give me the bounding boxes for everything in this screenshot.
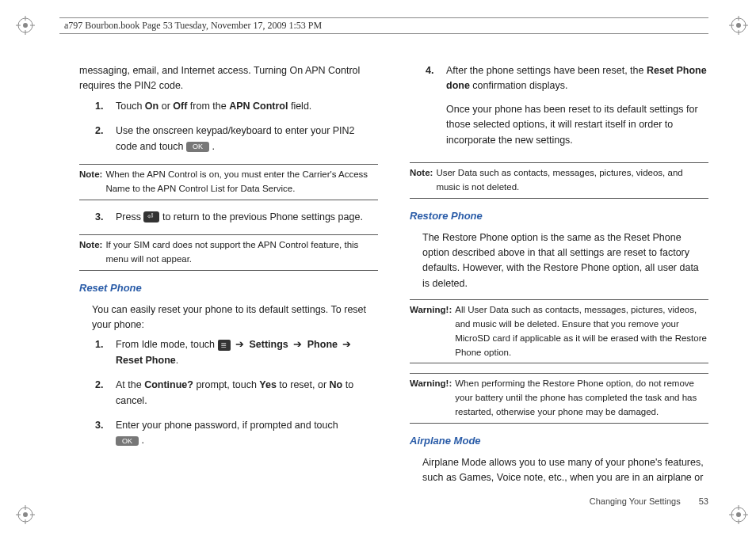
list-item: 3. Press to return to the previous Phone…: [79, 210, 378, 225]
svg-point-13: [23, 512, 28, 517]
airplane-paragraph: Airplane Mode allows you to use many of …: [410, 455, 708, 486]
section-heading-reset-phone: Reset Phone: [79, 280, 378, 296]
corner-ornament-icon: [16, 16, 35, 35]
list-item: 4. After the phone settings have been re…: [410, 63, 708, 153]
step-number: 1.: [95, 99, 116, 114]
step-text: After the phone settings have been reset…: [446, 63, 708, 153]
step-number: 1.: [95, 337, 116, 368]
warning-label: Warning!:: [410, 377, 455, 419]
step-paragraph: Once your phone has been reset to its de…: [446, 102, 708, 148]
step-text: Press to return to the previous Phone se…: [116, 210, 378, 225]
corner-ornament-icon: [16, 505, 35, 524]
corner-ornament-icon: [729, 16, 748, 35]
list-item: 1. Touch On or Off from the APN Control …: [79, 99, 378, 114]
page-header: a797 Bourbon.book Page 53 Tuesday, Novem…: [59, 17, 708, 34]
warning-label: Warning!:: [410, 303, 455, 359]
page-number: 53: [699, 496, 708, 506]
note-text: User Data such as contacts, messages, pi…: [436, 166, 708, 195]
ok-button-icon: OK: [186, 142, 209, 152]
step-text: Use the onscreen keypad/keyboard to ente…: [116, 124, 378, 154]
right-column: 4. After the phone settings have been re…: [410, 63, 708, 508]
corner-ornament-icon: [729, 505, 748, 524]
restore-paragraph: The Restore Phone option is the same as …: [410, 230, 708, 292]
step-number: 4.: [426, 63, 446, 153]
warning-text: All User Data such as contacts, messages…: [455, 303, 708, 359]
svg-point-7: [736, 23, 741, 28]
back-icon: [143, 211, 159, 222]
reset-intro: You can easily reset your phone to its d…: [79, 302, 378, 333]
intro-paragraph: messaging, email, and Internet access. T…: [79, 63, 378, 94]
note-block: Note: If your SIM card does not support …: [79, 234, 378, 271]
left-column: messaging, email, and Internet access. T…: [79, 63, 378, 508]
step-number: 3.: [95, 418, 116, 449]
note-label: Note:: [79, 238, 105, 267]
svg-point-1: [23, 23, 28, 28]
list-item: 3. Enter your phone password, if prompte…: [79, 418, 378, 449]
svg-point-19: [736, 512, 741, 517]
page-body: messaging, email, and Internet access. T…: [79, 63, 708, 508]
note-block: Note: When the APN Control is on, you mu…: [79, 164, 378, 200]
note-block: Note: User Data such as contacts, messag…: [410, 162, 708, 199]
step-text: Enter your phone password, if prompted a…: [116, 418, 378, 449]
step-text: Touch On or Off from the APN Control fie…: [116, 99, 378, 114]
page-footer: Changing Your Settings 53: [590, 495, 708, 508]
list-item: 1. From Idle mode, touch ➔ Settings ➔ Ph…: [79, 337, 378, 368]
list-item: 2. At the Continue? prompt, touch Yes to…: [79, 378, 378, 409]
warning-block: Warning!: All User Data such as contacts…: [410, 299, 708, 363]
warning-block: Warning!: When performing the Restore Ph…: [410, 373, 708, 423]
note-label: Note:: [410, 166, 436, 195]
note-text: If your SIM card does not support the AP…: [105, 238, 378, 267]
warning-text: When performing the Restore Phone option…: [455, 377, 708, 419]
step-number: 3.: [95, 210, 116, 225]
list-item: 2. Use the onscreen keypad/keyboard to e…: [79, 124, 378, 154]
footer-section: Changing Your Settings: [590, 496, 681, 506]
step-number: 2.: [95, 124, 116, 154]
note-text: When the APN Control is on, you must ent…: [105, 168, 378, 196]
section-heading-airplane-mode: Airplane Mode: [410, 433, 708, 449]
note-label: Note:: [79, 168, 105, 196]
menu-icon: [218, 340, 231, 351]
step-number: 2.: [95, 378, 116, 409]
step-text: From Idle mode, touch ➔ Settings ➔ Phone…: [116, 337, 378, 368]
section-heading-restore-phone: Restore Phone: [410, 208, 708, 224]
step-text: At the Continue? prompt, touch Yes to re…: [116, 378, 378, 409]
ok-button-icon: OK: [116, 436, 139, 447]
